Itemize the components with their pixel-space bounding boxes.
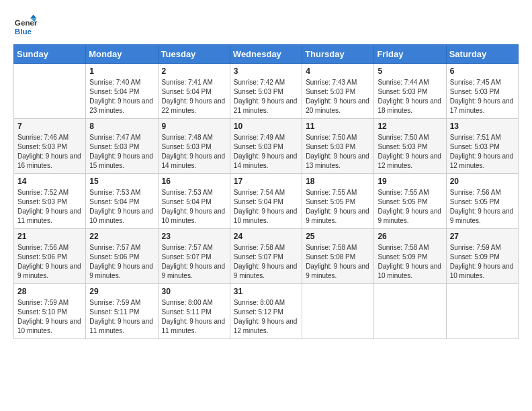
- calendar-cell: 4Sunrise: 7:43 AMSunset: 5:03 PMDaylight…: [302, 64, 374, 119]
- calendar-cell: 30Sunrise: 8:00 AMSunset: 5:11 PMDayligh…: [158, 284, 230, 339]
- day-info: Sunrise: 7:41 AMSunset: 5:04 PMDaylight:…: [162, 78, 226, 116]
- day-number: 23: [162, 232, 226, 241]
- day-info: Sunrise: 7:45 AMSunset: 5:03 PMDaylight:…: [450, 78, 515, 116]
- day-info: Sunrise: 7:59 AMSunset: 5:11 PMDaylight:…: [89, 298, 154, 336]
- day-number: 14: [17, 177, 82, 186]
- day-info: Sunrise: 7:56 AMSunset: 5:06 PMDaylight:…: [17, 243, 82, 281]
- day-info: Sunrise: 7:55 AMSunset: 5:05 PMDaylight:…: [378, 188, 442, 226]
- day-info: Sunrise: 7:44 AMSunset: 5:03 PMDaylight:…: [378, 78, 442, 116]
- calendar-week-5: 28Sunrise: 7:59 AMSunset: 5:10 PMDayligh…: [14, 284, 519, 339]
- day-info: Sunrise: 7:57 AMSunset: 5:06 PMDaylight:…: [89, 243, 154, 281]
- calendar-cell: 28Sunrise: 7:59 AMSunset: 5:10 PMDayligh…: [14, 284, 86, 339]
- calendar-cell: 12Sunrise: 7:50 AMSunset: 5:03 PMDayligh…: [374, 119, 446, 174]
- day-number: 13: [450, 122, 515, 131]
- calendar-cell: [374, 284, 446, 339]
- day-info: Sunrise: 7:48 AMSunset: 5:03 PMDaylight:…: [162, 133, 226, 171]
- day-number: 21: [17, 232, 82, 241]
- calendar-cell: 11Sunrise: 7:50 AMSunset: 5:03 PMDayligh…: [302, 119, 374, 174]
- calendar-cell: 23Sunrise: 7:57 AMSunset: 5:07 PMDayligh…: [158, 229, 230, 284]
- day-number: 20: [450, 177, 515, 186]
- day-number: 5: [378, 66, 442, 76]
- day-info: Sunrise: 7:58 AMSunset: 5:07 PMDaylight:…: [234, 243, 298, 281]
- calendar-cell: 8Sunrise: 7:47 AMSunset: 5:03 PMDaylight…: [86, 119, 158, 174]
- day-info: Sunrise: 7:59 AMSunset: 5:10 PMDaylight:…: [17, 298, 82, 336]
- calendar-cell: 13Sunrise: 7:51 AMSunset: 5:03 PMDayligh…: [446, 119, 518, 174]
- calendar-cell: [14, 64, 86, 119]
- calendar-week-4: 21Sunrise: 7:56 AMSunset: 5:06 PMDayligh…: [14, 229, 519, 284]
- calendar-cell: 22Sunrise: 7:57 AMSunset: 5:06 PMDayligh…: [86, 229, 158, 284]
- day-info: Sunrise: 7:58 AMSunset: 5:08 PMDaylight:…: [306, 243, 370, 281]
- calendar-week-3: 14Sunrise: 7:52 AMSunset: 5:03 PMDayligh…: [14, 174, 519, 229]
- weekday-header-sunday: Sunday: [14, 45, 86, 64]
- calendar-cell: 21Sunrise: 7:56 AMSunset: 5:06 PMDayligh…: [14, 229, 86, 284]
- day-number: 2: [162, 66, 226, 76]
- day-info: Sunrise: 7:47 AMSunset: 5:03 PMDaylight:…: [89, 133, 154, 171]
- page-header: General Blue: [13, 13, 519, 38]
- calendar-cell: 3Sunrise: 7:42 AMSunset: 5:03 PMDaylight…: [230, 64, 302, 119]
- calendar-week-2: 7Sunrise: 7:46 AMSunset: 5:03 PMDaylight…: [14, 119, 519, 174]
- day-number: 31: [234, 287, 298, 296]
- day-info: Sunrise: 8:00 AMSunset: 5:12 PMDaylight:…: [234, 298, 298, 336]
- day-info: Sunrise: 7:56 AMSunset: 5:05 PMDaylight:…: [450, 188, 515, 226]
- calendar-cell: [446, 284, 518, 339]
- day-number: 27: [450, 232, 515, 241]
- calendar-cell: 20Sunrise: 7:56 AMSunset: 5:05 PMDayligh…: [446, 174, 518, 229]
- day-number: 4: [306, 66, 370, 76]
- day-number: 3: [234, 66, 298, 76]
- day-number: 16: [162, 177, 226, 186]
- calendar-cell: 27Sunrise: 7:59 AMSunset: 5:09 PMDayligh…: [446, 229, 518, 284]
- calendar-cell: 16Sunrise: 7:53 AMSunset: 5:04 PMDayligh…: [158, 174, 230, 229]
- weekday-header-tuesday: Tuesday: [158, 45, 230, 64]
- day-info: Sunrise: 7:55 AMSunset: 5:05 PMDaylight:…: [306, 188, 370, 226]
- day-number: 28: [17, 287, 82, 296]
- calendar-cell: 5Sunrise: 7:44 AMSunset: 5:03 PMDaylight…: [374, 64, 446, 119]
- day-info: Sunrise: 7:57 AMSunset: 5:07 PMDaylight:…: [162, 243, 226, 281]
- day-number: 24: [234, 232, 298, 241]
- weekday-header-friday: Friday: [374, 45, 446, 64]
- day-number: 7: [17, 122, 82, 131]
- calendar-cell: 31Sunrise: 8:00 AMSunset: 5:12 PMDayligh…: [230, 284, 302, 339]
- day-number: 9: [162, 122, 226, 131]
- day-info: Sunrise: 7:58 AMSunset: 5:09 PMDaylight:…: [378, 243, 442, 281]
- calendar-table: SundayMondayTuesdayWednesdayThursdayFrid…: [13, 44, 519, 339]
- weekday-header-wednesday: Wednesday: [230, 45, 302, 64]
- day-info: Sunrise: 7:49 AMSunset: 5:03 PMDaylight:…: [234, 133, 298, 171]
- day-number: 1: [89, 66, 154, 76]
- calendar-cell: 1Sunrise: 7:40 AMSunset: 5:04 PMDaylight…: [86, 64, 158, 119]
- day-info: Sunrise: 7:40 AMSunset: 5:04 PMDaylight:…: [89, 78, 154, 116]
- calendar-cell: 14Sunrise: 7:52 AMSunset: 5:03 PMDayligh…: [14, 174, 86, 229]
- calendar-cell: 25Sunrise: 7:58 AMSunset: 5:08 PMDayligh…: [302, 229, 374, 284]
- calendar-cell: 19Sunrise: 7:55 AMSunset: 5:05 PMDayligh…: [374, 174, 446, 229]
- svg-marker-2: [30, 15, 36, 18]
- day-number: 10: [234, 122, 298, 131]
- day-number: 18: [306, 177, 370, 186]
- day-number: 6: [450, 66, 515, 76]
- calendar-cell: 2Sunrise: 7:41 AMSunset: 5:04 PMDaylight…: [158, 64, 230, 119]
- day-info: Sunrise: 7:53 AMSunset: 5:04 PMDaylight:…: [162, 188, 226, 226]
- day-number: 29: [89, 287, 154, 296]
- logo: General Blue: [13, 13, 38, 38]
- calendar-cell: 24Sunrise: 7:58 AMSunset: 5:07 PMDayligh…: [230, 229, 302, 284]
- day-info: Sunrise: 7:50 AMSunset: 5:03 PMDaylight:…: [306, 133, 370, 171]
- calendar-cell: 18Sunrise: 7:55 AMSunset: 5:05 PMDayligh…: [302, 174, 374, 229]
- calendar-cell: 29Sunrise: 7:59 AMSunset: 5:11 PMDayligh…: [86, 284, 158, 339]
- weekday-header-row: SundayMondayTuesdayWednesdayThursdayFrid…: [14, 45, 519, 64]
- calendar-cell: 17Sunrise: 7:54 AMSunset: 5:04 PMDayligh…: [230, 174, 302, 229]
- day-info: Sunrise: 7:50 AMSunset: 5:03 PMDaylight:…: [378, 133, 442, 171]
- weekday-header-saturday: Saturday: [446, 45, 518, 64]
- calendar-cell: 15Sunrise: 7:53 AMSunset: 5:04 PMDayligh…: [86, 174, 158, 229]
- calendar-cell: 26Sunrise: 7:58 AMSunset: 5:09 PMDayligh…: [374, 229, 446, 284]
- day-number: 22: [89, 232, 154, 241]
- day-number: 17: [234, 177, 298, 186]
- day-info: Sunrise: 7:46 AMSunset: 5:03 PMDaylight:…: [17, 133, 82, 171]
- day-number: 19: [378, 177, 442, 186]
- day-number: 8: [89, 122, 154, 131]
- day-info: Sunrise: 7:54 AMSunset: 5:04 PMDaylight:…: [234, 188, 298, 226]
- day-info: Sunrise: 8:00 AMSunset: 5:11 PMDaylight:…: [162, 298, 226, 336]
- day-info: Sunrise: 7:53 AMSunset: 5:04 PMDaylight:…: [89, 188, 154, 226]
- svg-text:Blue: Blue: [15, 27, 32, 36]
- day-info: Sunrise: 7:43 AMSunset: 5:03 PMDaylight:…: [306, 78, 370, 116]
- day-info: Sunrise: 7:42 AMSunset: 5:03 PMDaylight:…: [234, 78, 298, 116]
- calendar-cell: [302, 284, 374, 339]
- day-info: Sunrise: 7:59 AMSunset: 5:09 PMDaylight:…: [450, 243, 515, 281]
